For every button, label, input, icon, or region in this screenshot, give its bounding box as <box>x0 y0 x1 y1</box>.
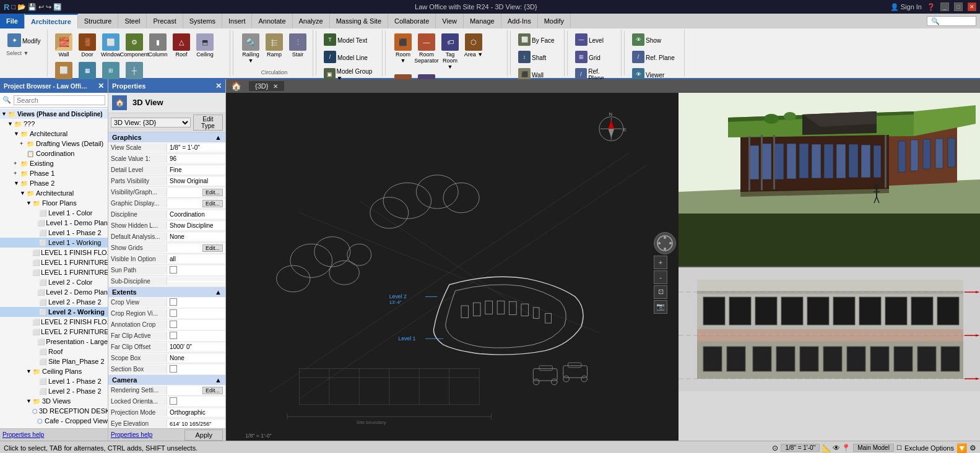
vp-zoom-out[interactable]: - <box>654 270 667 284</box>
tab-massing[interactable]: Massing & Site <box>330 14 388 28</box>
show-workplane-btn[interactable]: 👁 Show <box>631 32 680 48</box>
wall-btn[interactable]: 🧱 Wall <box>53 32 75 59</box>
apply-btn[interactable]: Apply <box>184 429 223 441</box>
viewport-tab-3d[interactable]: {3D} ✕ <box>249 81 284 91</box>
properties-help-link[interactable]: Properties help <box>2 431 44 438</box>
tree-level2-finish[interactable]: ⬜ LEVEL 2 FINISH FLO... <box>0 317 108 327</box>
tree-presentation[interactable]: ⬜ Presentation - Large <box>0 337 108 347</box>
ribbon-search[interactable] <box>923 14 980 28</box>
tree-level1-finish[interactable]: ⬜ LEVEL 1 FINISH FLO... <box>0 248 108 257</box>
tree-views-section[interactable]: ▼📁 Views (Phase and Discipline) <box>0 109 108 119</box>
tree-architectural-1[interactable]: ▼📁 Architectural <box>0 129 108 139</box>
tab-manage[interactable]: Manage <box>464 14 501 28</box>
tree-3d-views[interactable]: ▼📁 3D Views <box>0 396 108 406</box>
column-btn[interactable]: ▮ Column <box>147 32 169 59</box>
tab-annotate[interactable]: Annotate <box>252 14 292 28</box>
tree-ceiling-level2[interactable]: ⬜ Level 2 - Phase 2 <box>0 386 108 396</box>
tree-drafting-views[interactable]: +📁 Drafting Views (Detail) <box>0 139 108 149</box>
tree-phase2[interactable]: ▼📁 Phase 2 <box>0 178 108 188</box>
settings-icon[interactable]: ⚙ <box>969 444 976 452</box>
tab-file[interactable]: File <box>0 14 25 28</box>
view-3d-color[interactable] <box>679 93 980 266</box>
tree-level2-demo[interactable]: ⬜ Level 2 - Demo Plan <box>0 287 108 297</box>
section-extents[interactable]: Extents▲ <box>108 287 225 297</box>
grid-btn[interactable]: ⊞ Grid <box>574 50 617 66</box>
door-btn[interactable]: 🚪 Door <box>76 32 98 59</box>
tree-level1-phase2[interactable]: ⬜ Level 1 - Phase 2 <box>0 228 108 238</box>
tree-ceiling-plans[interactable]: ▼📁 Ceiling Plans <box>0 366 108 376</box>
app-icon-undo[interactable]: ↩ <box>38 3 44 11</box>
stair-btn[interactable]: ⋮ Stair <box>287 32 309 59</box>
component-btn[interactable]: ⚙ Component <box>123 32 145 59</box>
tree-level2-working[interactable]: ⬜ Level 2 - Working <box>0 307 108 317</box>
minimize-btn[interactable]: _ <box>940 2 949 11</box>
vp-ctrl-circle[interactable] <box>654 232 676 254</box>
model-text-btn[interactable]: T Model Text <box>323 32 378 48</box>
tree-level1-working[interactable]: ⬜ Level 1 - Working <box>0 238 108 248</box>
crop-region-checkbox[interactable] <box>170 309 177 317</box>
tree-floor-plans[interactable]: ▼📁 Floor Plans <box>0 198 108 208</box>
tab-collaborate[interactable]: Collaborate <box>388 14 436 28</box>
tree-roof[interactable]: ⬜ Roof <box>0 347 108 356</box>
tab-architecture[interactable]: Architecture <box>25 14 78 28</box>
section-box-checkbox[interactable] <box>170 365 177 373</box>
close-btn[interactable]: ✕ <box>968 2 976 11</box>
tree-level2-furniture[interactable]: ⬜ LEVEL 2 FURNITURE <box>0 327 108 337</box>
by-face-btn[interactable]: ⬜ By Face <box>517 32 560 48</box>
room-separator-btn[interactable]: — Room Separator <box>415 32 438 66</box>
ceiling-btn[interactable]: ⬒ Ceiling <box>194 32 216 59</box>
tree-coordination[interactable]: 📋 Coordination <box>0 149 108 158</box>
maximize-btn[interactable]: □ <box>954 2 963 11</box>
sun-path-checkbox[interactable] <box>170 266 177 274</box>
select-btn[interactable]: ✦ Modify <box>6 32 43 50</box>
viewport-tab-close[interactable]: ✕ <box>273 83 278 90</box>
tree-level1-furniture[interactable]: ⬜ LEVEL 1 FURNITURE <box>0 257 108 267</box>
view-select[interactable]: 3D View: {3D} <box>111 118 191 127</box>
filter-icon[interactable]: 🔽 <box>956 443 967 453</box>
tab-systems[interactable]: Systems <box>183 14 222 28</box>
tree-ceiling-level1[interactable]: ⬜ Level 1 - Phase 2 <box>0 376 108 386</box>
app-icon-redo[interactable]: ↪ <box>46 3 51 11</box>
tree-3d-reception[interactable]: ⬡ 3D RECEPTION DESK <box>0 406 108 416</box>
view-elevation[interactable] <box>679 266 980 441</box>
tree-cafe-cropped[interactable]: ⬡ Cafe - Cropped View <box>0 416 108 426</box>
vp-fit-view[interactable]: ⊡ <box>654 285 667 299</box>
shaft-btn[interactable]: ↕ Shaft <box>517 50 560 66</box>
search-input[interactable] <box>14 95 105 105</box>
railing-btn[interactable]: 🔩 Railing ▼ <box>240 32 262 66</box>
app-icon-open[interactable]: 📂 <box>17 3 26 11</box>
graphic-display-edit-btn[interactable]: Edit... <box>202 200 223 207</box>
tab-modify[interactable]: Modify <box>538 14 571 28</box>
tab-addins[interactable]: Add-Ins <box>501 14 538 28</box>
project-browser-close[interactable]: ✕ <box>98 82 104 90</box>
tab-steel[interactable]: Steel <box>118 14 147 28</box>
app-icon-save[interactable]: 💾 <box>28 3 37 11</box>
vp-zoom-in[interactable]: + <box>654 256 667 269</box>
tree-level1-demo[interactable]: ⬜ Level 1 - Demo Plan <box>0 218 108 228</box>
properties-close[interactable]: ✕ <box>215 82 222 90</box>
tree-existing[interactable]: +📁 Existing <box>0 158 108 168</box>
tree-site-plan[interactable]: ⬜ Site Plan_Phase 2 <box>0 356 108 366</box>
level-btn[interactable]: — Level <box>574 32 617 48</box>
annotation-crop-checkbox[interactable] <box>170 321 177 328</box>
tree-architectural-2[interactable]: ▼📁 Architectural <box>0 188 108 198</box>
tag-room-btn[interactable]: 🏷 Tag Room ▼ <box>439 32 461 72</box>
visibility-edit-btn[interactable]: Edit... <box>202 189 223 196</box>
help-btn[interactable]: ❓ <box>927 3 935 11</box>
roof-btn[interactable]: △ Roof <box>170 32 193 59</box>
vp-camera[interactable]: 📷 <box>654 300 667 314</box>
tree-level2-color[interactable]: ⬜ Level 2 - Color <box>0 277 108 287</box>
signin-btn[interactable]: 👤 Sign In <box>890 3 922 11</box>
section-graphics[interactable]: Graphics▲ <box>108 132 225 142</box>
tab-insert[interactable]: Insert <box>222 14 253 28</box>
app-icon-new[interactable]: □ <box>11 3 15 11</box>
select-label[interactable]: Select ▼ <box>6 50 28 56</box>
window-btn[interactable]: ⬜ Window <box>100 32 122 59</box>
tree-level1-furniture2[interactable]: ⬜ LEVEL 1 FURNITURE <box>0 267 108 277</box>
tab-structure[interactable]: Structure <box>78 14 119 28</box>
checkbox-exclude[interactable]: ☐ <box>896 444 902 451</box>
area-btn[interactable]: ⬡ Area ▼ <box>462 32 485 59</box>
tab-analyze[interactable]: Analyze <box>293 14 330 28</box>
view3d[interactable]: Level 2 13'-4" Level 1 N E <box>226 93 679 441</box>
room-btn[interactable]: ⬛ Room ▼ <box>392 32 414 66</box>
